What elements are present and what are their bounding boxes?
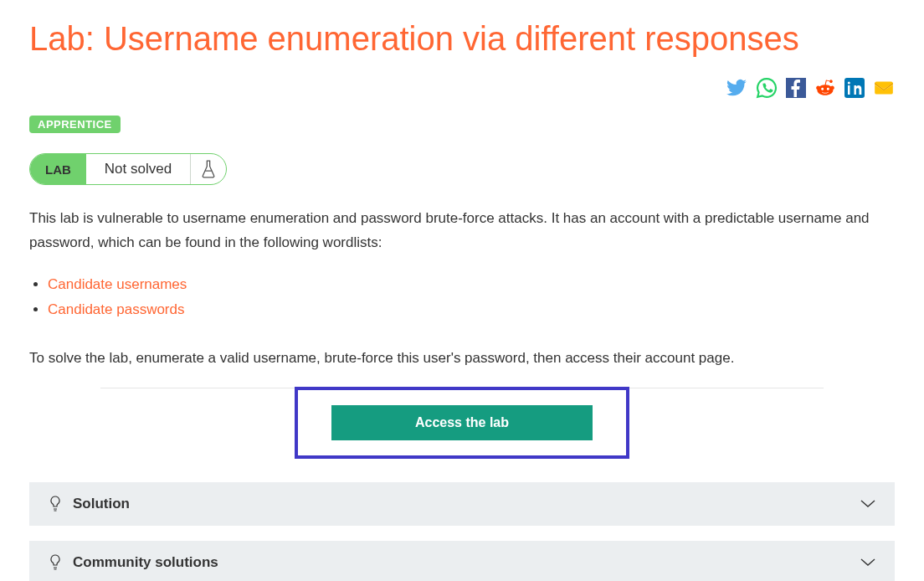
facebook-icon[interactable]	[786, 78, 806, 98]
access-highlight-frame: Access the lab	[295, 387, 629, 459]
access-lab-button[interactable]: Access the lab	[331, 405, 593, 440]
svg-rect-2	[875, 81, 893, 94]
list-item: Candidate passwords	[48, 297, 895, 323]
instruction-text: To solve the lab, enumerate a valid user…	[29, 347, 895, 371]
lightbulb-icon	[48, 496, 63, 512]
reddit-icon[interactable]	[814, 77, 836, 99]
lab-status-text: Not solved	[86, 154, 191, 184]
lab-label: LAB	[30, 154, 86, 184]
lightbulb-icon	[48, 554, 63, 571]
chevron-down-icon	[860, 499, 876, 509]
accordion-community-solutions[interactable]: Community solutions	[29, 541, 895, 581]
linkedin-icon[interactable]	[844, 78, 865, 98]
candidate-passwords-link[interactable]: Candidate passwords	[48, 301, 184, 317]
wordlist-links: Candidate usernames Candidate passwords	[29, 272, 895, 323]
share-row	[29, 77, 895, 99]
twitter-icon[interactable]	[726, 77, 747, 99]
access-section: Access the lab	[100, 388, 824, 459]
list-item: Candidate usernames	[48, 272, 895, 298]
accordion-title: Community solutions	[73, 554, 850, 571]
difficulty-badge: APPRENTICE	[29, 116, 121, 133]
lab-status: LAB Not solved	[29, 153, 227, 185]
flask-icon	[191, 154, 226, 184]
page-title: Lab: Username enumeration via different …	[29, 17, 895, 60]
email-icon[interactable]	[873, 77, 895, 99]
whatsapp-icon[interactable]	[756, 77, 778, 99]
accordion-title: Solution	[73, 496, 850, 512]
intro-text: This lab is vulnerable to username enume…	[29, 207, 895, 255]
accordion-solution[interactable]: Solution	[29, 482, 895, 526]
candidate-usernames-link[interactable]: Candidate usernames	[48, 276, 187, 292]
chevron-down-icon	[860, 558, 876, 568]
